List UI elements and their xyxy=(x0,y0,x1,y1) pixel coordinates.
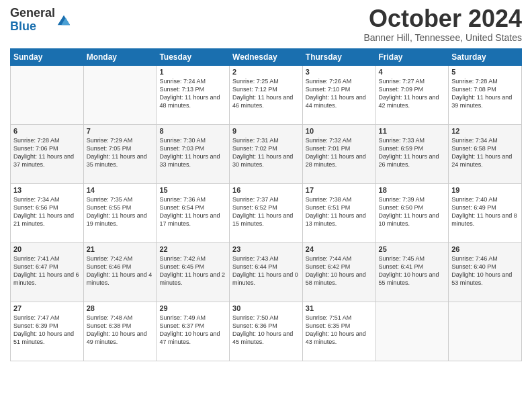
day-number: 31 xyxy=(306,304,373,312)
day-header-tuesday: Tuesday xyxy=(157,49,230,66)
cell-info: Sunrise: 7:24 AM Sunset: 7:13 PM Dayligh… xyxy=(159,77,226,110)
calendar-cell: 1Sunrise: 7:24 AM Sunset: 7:13 PM Daylig… xyxy=(157,66,230,125)
calendar-cell: 12Sunrise: 7:34 AM Sunset: 6:58 PM Dayli… xyxy=(449,125,522,184)
day-number: 4 xyxy=(379,68,446,76)
calendar-cell: 14Sunrise: 7:35 AM Sunset: 6:55 PM Dayli… xyxy=(83,184,157,243)
week-row-5: 27Sunrise: 7:47 AM Sunset: 6:39 PM Dayli… xyxy=(11,302,522,361)
cell-info: Sunrise: 7:35 AM Sunset: 6:55 PM Dayligh… xyxy=(87,195,154,228)
calendar-cell: 27Sunrise: 7:47 AM Sunset: 6:39 PM Dayli… xyxy=(11,302,84,361)
day-number: 27 xyxy=(13,304,81,312)
day-number: 28 xyxy=(87,304,154,312)
calendar-cell: 23Sunrise: 7:43 AM Sunset: 6:44 PM Dayli… xyxy=(230,243,303,302)
week-row-4: 20Sunrise: 7:41 AM Sunset: 6:47 PM Dayli… xyxy=(11,243,522,302)
day-number: 29 xyxy=(159,304,226,312)
logo: General Blue xyxy=(10,7,71,34)
day-number: 30 xyxy=(232,304,300,312)
calendar-cell: 17Sunrise: 7:38 AM Sunset: 6:51 PM Dayli… xyxy=(302,184,375,243)
day-number: 7 xyxy=(87,127,154,135)
calendar-cell: 18Sunrise: 7:39 AM Sunset: 6:50 PM Dayli… xyxy=(375,184,449,243)
page: General Blue October 2024 Banner Hill, T… xyxy=(0,0,532,411)
day-number: 19 xyxy=(451,186,519,194)
calendar-cell: 6Sunrise: 7:28 AM Sunset: 7:06 PM Daylig… xyxy=(11,125,84,184)
day-number: 21 xyxy=(87,245,154,253)
calendar-cell: 20Sunrise: 7:41 AM Sunset: 6:47 PM Dayli… xyxy=(11,243,84,302)
logo-text: General Blue xyxy=(10,7,55,34)
day-number: 16 xyxy=(232,186,300,194)
day-number: 12 xyxy=(451,127,519,135)
month-title: October 2024 xyxy=(363,7,522,31)
calendar-cell: 4Sunrise: 7:27 AM Sunset: 7:09 PM Daylig… xyxy=(375,66,449,125)
cell-info: Sunrise: 7:28 AM Sunset: 7:06 PM Dayligh… xyxy=(13,136,81,169)
cell-info: Sunrise: 7:26 AM Sunset: 7:10 PM Dayligh… xyxy=(306,77,373,110)
cell-info: Sunrise: 7:34 AM Sunset: 6:56 PM Dayligh… xyxy=(13,195,81,228)
cell-info: Sunrise: 7:49 AM Sunset: 6:37 PM Dayligh… xyxy=(159,314,226,347)
day-number: 15 xyxy=(159,186,226,194)
day-number: 5 xyxy=(451,68,519,76)
cell-info: Sunrise: 7:40 AM Sunset: 6:49 PM Dayligh… xyxy=(451,195,519,228)
cell-info: Sunrise: 7:34 AM Sunset: 6:58 PM Dayligh… xyxy=(451,136,519,169)
day-number: 10 xyxy=(306,127,373,135)
cell-info: Sunrise: 7:29 AM Sunset: 7:05 PM Dayligh… xyxy=(87,136,154,169)
day-number: 8 xyxy=(159,127,226,135)
calendar-cell: 25Sunrise: 7:45 AM Sunset: 6:41 PM Dayli… xyxy=(375,243,449,302)
day-number: 1 xyxy=(159,68,226,76)
day-number: 14 xyxy=(87,186,154,194)
day-number: 2 xyxy=(232,68,300,76)
calendar-cell: 13Sunrise: 7:34 AM Sunset: 6:56 PM Dayli… xyxy=(11,184,84,243)
calendar-cell: 21Sunrise: 7:42 AM Sunset: 6:46 PM Dayli… xyxy=(83,243,157,302)
cell-info: Sunrise: 7:39 AM Sunset: 6:50 PM Dayligh… xyxy=(379,195,446,228)
calendar-cell: 8Sunrise: 7:30 AM Sunset: 7:03 PM Daylig… xyxy=(157,125,230,184)
day-number: 11 xyxy=(379,127,446,135)
day-header-sunday: Sunday xyxy=(11,49,84,66)
day-number: 23 xyxy=(232,245,300,253)
logo-icon xyxy=(56,13,71,28)
day-number: 22 xyxy=(159,245,226,253)
calendar-cell: 30Sunrise: 7:50 AM Sunset: 6:36 PM Dayli… xyxy=(230,302,303,361)
cell-info: Sunrise: 7:31 AM Sunset: 7:02 PM Dayligh… xyxy=(232,136,300,169)
week-row-3: 13Sunrise: 7:34 AM Sunset: 6:56 PM Dayli… xyxy=(11,184,522,243)
cell-info: Sunrise: 7:46 AM Sunset: 6:40 PM Dayligh… xyxy=(451,255,519,287)
day-number: 24 xyxy=(306,245,373,253)
calendar-cell: 19Sunrise: 7:40 AM Sunset: 6:49 PM Dayli… xyxy=(449,184,522,243)
day-header-monday: Monday xyxy=(83,49,157,66)
cell-info: Sunrise: 7:44 AM Sunset: 6:42 PM Dayligh… xyxy=(306,255,373,287)
calendar-cell: 15Sunrise: 7:36 AM Sunset: 6:54 PM Dayli… xyxy=(157,184,230,243)
day-number: 17 xyxy=(306,186,373,194)
cell-info: Sunrise: 7:30 AM Sunset: 7:03 PM Dayligh… xyxy=(159,136,226,169)
day-number: 3 xyxy=(306,68,373,76)
cell-info: Sunrise: 7:36 AM Sunset: 6:54 PM Dayligh… xyxy=(159,195,226,228)
calendar-cell: 11Sunrise: 7:33 AM Sunset: 6:59 PM Dayli… xyxy=(375,125,449,184)
day-number: 9 xyxy=(232,127,300,135)
day-number: 25 xyxy=(379,245,446,253)
cell-info: Sunrise: 7:43 AM Sunset: 6:44 PM Dayligh… xyxy=(232,255,300,287)
cell-info: Sunrise: 7:50 AM Sunset: 6:36 PM Dayligh… xyxy=(232,314,300,347)
cell-info: Sunrise: 7:45 AM Sunset: 6:41 PM Dayligh… xyxy=(379,255,446,287)
title-area: October 2024 Banner Hill, Tennessee, Uni… xyxy=(363,7,522,43)
cell-info: Sunrise: 7:37 AM Sunset: 6:52 PM Dayligh… xyxy=(232,195,300,228)
logo-blue: Blue xyxy=(10,20,55,34)
day-number: 6 xyxy=(13,127,81,135)
calendar-cell xyxy=(375,302,449,361)
week-row-2: 6Sunrise: 7:28 AM Sunset: 7:06 PM Daylig… xyxy=(11,125,522,184)
calendar-cell: 7Sunrise: 7:29 AM Sunset: 7:05 PM Daylig… xyxy=(83,125,157,184)
cell-info: Sunrise: 7:42 AM Sunset: 6:45 PM Dayligh… xyxy=(159,255,226,287)
calendar-cell: 29Sunrise: 7:49 AM Sunset: 6:37 PM Dayli… xyxy=(157,302,230,361)
cell-info: Sunrise: 7:27 AM Sunset: 7:09 PM Dayligh… xyxy=(379,77,446,110)
calendar-cell: 5Sunrise: 7:28 AM Sunset: 7:08 PM Daylig… xyxy=(449,66,522,125)
day-header-row: SundayMondayTuesdayWednesdayThursdayFrid… xyxy=(11,49,522,66)
cell-info: Sunrise: 7:41 AM Sunset: 6:47 PM Dayligh… xyxy=(13,255,81,287)
calendar-cell: 22Sunrise: 7:42 AM Sunset: 6:45 PM Dayli… xyxy=(157,243,230,302)
calendar-cell: 9Sunrise: 7:31 AM Sunset: 7:02 PM Daylig… xyxy=(230,125,303,184)
cell-info: Sunrise: 7:47 AM Sunset: 6:39 PM Dayligh… xyxy=(13,314,81,347)
day-number: 13 xyxy=(13,186,81,194)
cell-info: Sunrise: 7:32 AM Sunset: 7:01 PM Dayligh… xyxy=(306,136,373,169)
week-row-1: 1Sunrise: 7:24 AM Sunset: 7:13 PM Daylig… xyxy=(11,66,522,125)
day-header-saturday: Saturday xyxy=(449,49,522,66)
calendar-cell xyxy=(11,66,84,125)
day-number: 20 xyxy=(13,245,81,253)
calendar-cell: 28Sunrise: 7:48 AM Sunset: 6:38 PM Dayli… xyxy=(83,302,157,361)
calendar-cell: 10Sunrise: 7:32 AM Sunset: 7:01 PM Dayli… xyxy=(302,125,375,184)
cell-info: Sunrise: 7:28 AM Sunset: 7:08 PM Dayligh… xyxy=(451,77,519,110)
calendar-cell: 3Sunrise: 7:26 AM Sunset: 7:10 PM Daylig… xyxy=(302,66,375,125)
calendar-cell: 16Sunrise: 7:37 AM Sunset: 6:52 PM Dayli… xyxy=(230,184,303,243)
